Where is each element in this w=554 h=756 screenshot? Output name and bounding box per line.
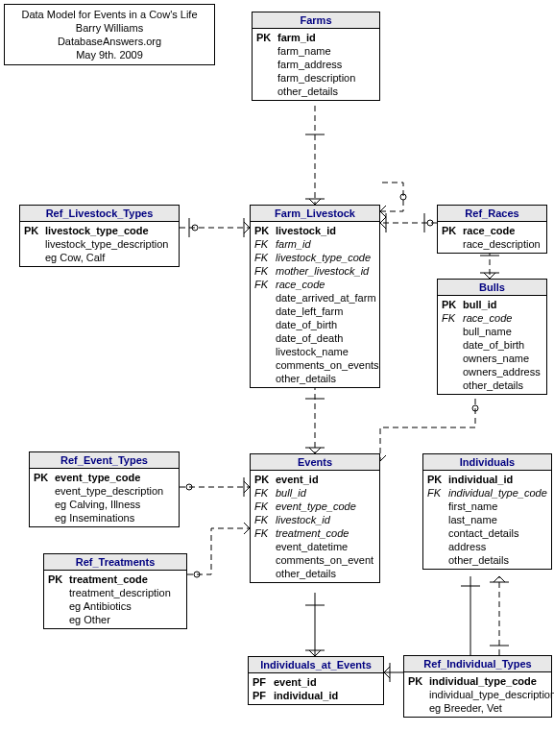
fk-field: treatment_code xyxy=(276,526,375,540)
entity-individuals: Individuals PKindividual_id FKindividual… xyxy=(422,453,552,570)
attr: bull_name xyxy=(463,325,542,338)
er-diagram: { "meta": { "title": "Data Model for Eve… xyxy=(0,0,554,756)
attr: first_name xyxy=(448,500,547,513)
attr: individual_type_description xyxy=(429,688,554,701)
svg-line-17 xyxy=(380,217,386,223)
entity-events: Events PKevent_id FKbull_id FKevent_type… xyxy=(250,453,380,583)
entity-farm-livestock: Farm_Livestock PKlivestock_id FKfarm_id … xyxy=(250,205,380,388)
svg-line-47 xyxy=(384,667,390,672)
svg-point-7 xyxy=(192,225,198,231)
entity-title: Individuals_at_Events xyxy=(249,657,383,673)
svg-line-18 xyxy=(380,223,386,229)
attr: other_details xyxy=(276,567,375,580)
attr: farm_name xyxy=(277,44,375,58)
fk-field: individual_type_code xyxy=(448,486,547,500)
pk-field: race_code xyxy=(463,224,542,237)
svg-line-32 xyxy=(380,455,386,461)
pk-field: bull_id xyxy=(463,298,542,311)
attr: date_of_death xyxy=(276,331,375,345)
attr: event_type_description xyxy=(55,484,175,498)
fk-field: livestock_id xyxy=(276,513,375,526)
diagram-title-box: Data Model for Events in a Cow's Life Ba… xyxy=(4,4,215,65)
attr: contact_details xyxy=(448,526,547,540)
svg-line-48 xyxy=(384,672,390,678)
attr: comments_on_event xyxy=(276,553,375,567)
entity-title: Ref_Livestock_Types xyxy=(20,206,179,222)
attr: date_arrived_at_farm xyxy=(276,291,376,305)
pk-field: farm_id xyxy=(277,31,375,44)
attr: eg Calving, Illness xyxy=(55,498,175,511)
attr: eg Cow, Calf xyxy=(45,251,175,264)
entity-title: Individuals xyxy=(423,454,551,471)
pk-field: individual_id xyxy=(448,473,547,486)
attr: eg Antibiotics xyxy=(69,599,182,613)
entity-title: Farm_Livestock xyxy=(251,206,379,222)
attr: eg Other xyxy=(69,613,182,626)
fk-field: bull_id xyxy=(276,486,375,500)
svg-line-53 xyxy=(499,576,505,582)
svg-point-11 xyxy=(400,194,406,200)
entity-ref-races: Ref_Races PKrace_code race_description xyxy=(437,205,547,254)
entity-ref-treatments: Ref_Treatments PKtreatment_code treatmen… xyxy=(43,553,187,629)
attr: treatment_description xyxy=(69,586,182,599)
attr: date_left_farm xyxy=(276,305,375,318)
svg-line-12 xyxy=(380,206,386,211)
svg-point-34 xyxy=(186,484,192,490)
diagram-title: Data Model for Events in a Cow's Life xyxy=(11,8,208,21)
entity-title: Farms xyxy=(253,12,379,29)
attr: farm_description xyxy=(277,71,375,85)
attr: owners_name xyxy=(463,352,542,365)
pk-field: event_id xyxy=(276,473,375,486)
attr: other_details xyxy=(277,85,375,98)
attr: other_details xyxy=(463,378,542,392)
fk-field: race_code xyxy=(276,278,375,291)
pk-field: individual_type_code xyxy=(429,674,547,688)
attr: livestock_name xyxy=(276,345,375,358)
diagram-site: DatabaseAnswers.org xyxy=(11,35,208,48)
entity-title: Events xyxy=(251,454,379,471)
attr: eg Inseminations xyxy=(55,511,175,524)
pk-field: livestock_id xyxy=(276,224,375,237)
fk-field: farm_id xyxy=(276,237,375,251)
entity-individuals-at-events: Individuals_at_Events PFevent_id PFindiv… xyxy=(248,656,384,705)
svg-line-52 xyxy=(494,576,499,582)
pk-field: event_type_code xyxy=(55,471,175,484)
attr: livestock_type_description xyxy=(45,237,175,251)
fk-field: livestock_type_code xyxy=(276,251,375,264)
diagram-author: Barry Williams xyxy=(11,21,208,35)
svg-point-38 xyxy=(194,572,200,577)
attr: other_details xyxy=(276,372,375,385)
entity-farms: Farms PKfarm_id farm_name farm_address f… xyxy=(252,12,380,101)
attr: last_name xyxy=(448,513,547,526)
entity-ref-event-types: Ref_Event_Types PKevent_type_code event_… xyxy=(29,451,180,527)
entity-title: Ref_Races xyxy=(438,206,546,222)
attr: other_details xyxy=(448,553,547,567)
attr: address xyxy=(448,540,547,553)
svg-line-13 xyxy=(380,211,386,217)
attr: race_description xyxy=(463,237,542,251)
entity-title: Ref_Individual_Types xyxy=(404,656,551,672)
svg-point-15 xyxy=(427,220,433,226)
pf-field: event_id xyxy=(274,675,379,689)
entity-ref-individual-types: Ref_Individual_Types PKindividual_type_c… xyxy=(403,655,552,718)
attr: event_datetime xyxy=(276,540,375,553)
entity-title: Ref_Treatments xyxy=(44,554,186,571)
entity-title: Ref_Event_Types xyxy=(30,452,179,469)
attr: comments_on_events xyxy=(276,358,379,372)
svg-point-30 xyxy=(472,405,478,411)
pk-field: livestock_type_code xyxy=(45,224,175,237)
attr: farm_address xyxy=(277,58,375,71)
entity-title: Bulls xyxy=(438,280,546,296)
attr: eg Breeder, Vet xyxy=(429,701,547,715)
entity-bulls: Bulls PKbull_id FKrace_code bull_name da… xyxy=(437,279,547,395)
attr: date_of_birth xyxy=(276,318,375,331)
entity-ref-livestock-types: Ref_Livestock_Types PKlivestock_type_cod… xyxy=(19,205,180,267)
fk-field: event_type_code xyxy=(276,500,375,513)
attr: date_of_birth xyxy=(463,338,542,352)
pf-field: individual_id xyxy=(274,689,379,702)
fk-field: race_code xyxy=(463,311,542,325)
diagram-date: May 9th. 2009 xyxy=(11,48,208,61)
attr: owners_address xyxy=(463,365,542,378)
fk-field: mother_livestock_id xyxy=(276,264,375,278)
pk-field: treatment_code xyxy=(69,573,182,586)
